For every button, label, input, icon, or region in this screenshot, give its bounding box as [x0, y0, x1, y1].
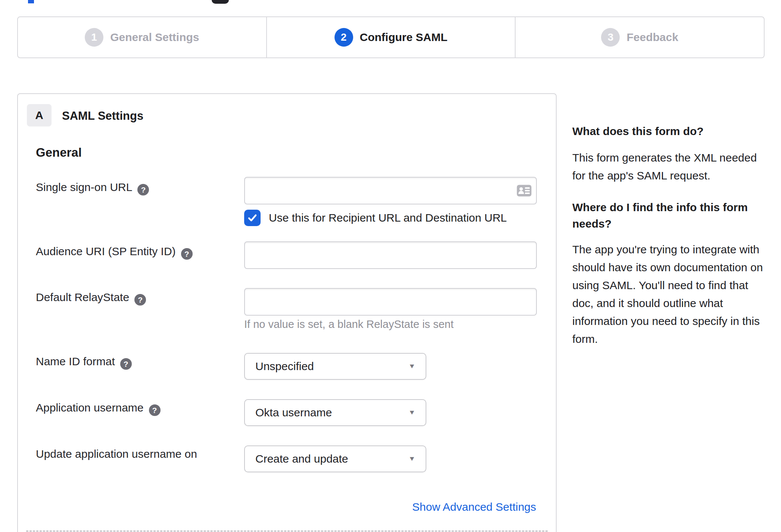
name-id-format-label-text: Name ID format [36, 355, 115, 367]
sidebar-heading-what: What does this form do? [572, 123, 781, 140]
step-number-2: 2 [335, 28, 353, 47]
step-number-3: 3 [601, 28, 620, 47]
application-username-help-icon[interactable]: ? [149, 404, 161, 416]
step-general-settings[interactable]: 1 General Settings [18, 17, 266, 57]
chevron-down-icon: ▼ [408, 409, 416, 416]
use-for-recipient-checkbox[interactable] [244, 210, 261, 226]
section-divider-dashed [26, 531, 548, 532]
audience-uri-input[interactable] [244, 241, 537, 269]
cutoff-logo-fragment-dark [212, 0, 229, 4]
default-relaystate-label-text: Default RelayState [36, 291, 129, 303]
step-label-configure-saml: Configure SAML [360, 31, 448, 44]
step-number-1: 1 [85, 28, 103, 47]
step-label-general-settings: General Settings [110, 31, 199, 44]
application-username-label-text: Application username [36, 401, 144, 414]
cutoff-logo-fragment-blue [28, 0, 34, 3]
sso-url-input[interactable] [244, 177, 537, 204]
update-username-label: Update application username on [36, 448, 197, 460]
help-sidebar: What does this form do? This form genera… [572, 123, 781, 348]
chevron-down-icon: ▼ [408, 455, 416, 463]
sidebar-body-where: The app you're trying to integrate with … [572, 241, 781, 348]
step-configure-saml[interactable]: 2 Configure SAML [266, 17, 515, 57]
general-section-title: General [36, 145, 82, 160]
audience-uri-label-text: Audience URI (SP Entity ID) [36, 245, 176, 257]
default-relaystate-help-icon[interactable]: ? [134, 294, 146, 306]
name-id-format-value: Unspecified [255, 360, 409, 373]
checkmark-icon [247, 212, 258, 223]
contact-card-icon[interactable] [517, 185, 532, 197]
name-id-format-help-icon[interactable]: ? [120, 358, 132, 370]
relaystate-hint: If no value is set, a blank RelayState i… [244, 318, 454, 331]
sidebar-heading-where: Where do I find the info this form needs… [572, 199, 781, 232]
use-for-recipient-label: Use this for Recipient URL and Destinati… [269, 212, 507, 224]
sso-url-label: Single sign-on URL? [36, 181, 149, 195]
application-username-value: Okta username [255, 406, 409, 419]
chevron-down-icon: ▼ [408, 363, 416, 370]
page: 1 General Settings 2 Configure SAML 3 Fe… [0, 0, 781, 532]
name-id-format-select[interactable]: Unspecified ▼ [244, 353, 426, 380]
default-relaystate-label: Default RelayState? [36, 291, 146, 306]
wizard-stepper: 1 General Settings 2 Configure SAML 3 Fe… [17, 16, 765, 58]
update-username-label-text: Update application username on [36, 448, 197, 460]
application-username-label: Application username? [36, 401, 161, 416]
application-username-select[interactable]: Okta username ▼ [244, 399, 426, 426]
default-relaystate-input[interactable] [244, 288, 537, 316]
section-a-badge: A [27, 104, 52, 126]
saml-settings-panel: A SAML Settings General Single sign-on U… [17, 93, 557, 532]
show-advanced-settings-link[interactable]: Show Advanced Settings [412, 501, 536, 513]
audience-uri-help-icon[interactable]: ? [181, 248, 193, 260]
update-username-select[interactable]: Create and update ▼ [244, 445, 426, 472]
step-feedback[interactable]: 3 Feedback [515, 17, 764, 57]
sso-url-label-text: Single sign-on URL [36, 181, 132, 193]
update-username-value: Create and update [255, 453, 409, 465]
sidebar-body-what: This form generates the XML needed for t… [572, 149, 781, 185]
audience-uri-label: Audience URI (SP Entity ID)? [36, 245, 193, 260]
sso-url-help-icon[interactable]: ? [137, 184, 149, 195]
step-label-feedback: Feedback [626, 31, 678, 44]
panel-title: SAML Settings [62, 109, 143, 123]
name-id-format-label: Name ID format? [36, 355, 132, 370]
